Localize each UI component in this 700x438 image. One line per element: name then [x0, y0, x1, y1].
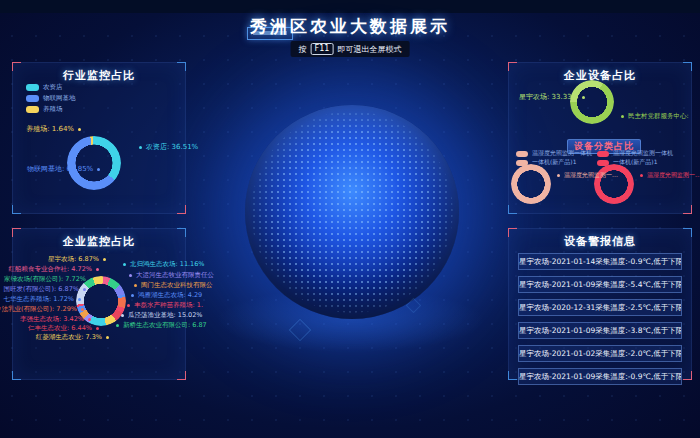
slice-label: 丰磊水产种苗养殖场: 1.: [127, 301, 203, 309]
slice-label: 鸿雁湖生态农场: 4.29: [131, 291, 202, 299]
slice-label: 北归鸿生态农场: 11.16%: [123, 260, 205, 268]
industry-donut-chart: [67, 136, 121, 190]
slice-label: 农资店: 36.51%: [139, 143, 198, 151]
page-title: 秀洲区农业大数据展示: [0, 15, 700, 38]
slice-label: 物联网基地: 61.85%: [27, 165, 100, 173]
alarm-row: 星宇农场-2021-01-09采集温度:-3.8℃,低于下限:0℃: [518, 322, 682, 339]
legend-item: 温湿度光照监测一体机: [597, 149, 673, 158]
legend-swatch: [26, 84, 39, 91]
slice-label: 星宇农场: 33.33%: [519, 93, 585, 101]
alarm-row: 星宇农场-2021-01-09采集温度:-5.4℃,低于下限:0℃: [518, 276, 682, 293]
category-donut-left: [511, 164, 551, 204]
legend-swatch: [597, 151, 609, 157]
alarm-row: 星宇农场-2021-01-02采集温度:-2.0℃,低于下限:0℃: [518, 345, 682, 362]
slice-label: 七华生态养殖场: 1.72%: [4, 295, 81, 303]
panel-title-industry: 行业监控占比: [13, 68, 185, 83]
slice-label: 大运河生态牧业有限责任公: [129, 271, 214, 279]
legend-item: 农资店: [26, 83, 63, 92]
top-bar: [0, 0, 700, 13]
legend-swatch: [516, 151, 528, 157]
legend-item: 养殖场: [26, 105, 63, 114]
legend-label: 物联网基地: [43, 94, 76, 103]
slice-label: 国旺发(有限公司): 6.87%: [4, 285, 86, 293]
slice-label: 新桥生态农业有限公司: 6.87: [116, 321, 207, 329]
slice-label: 红菱湖生态农业: 7.3%: [36, 333, 109, 341]
slice-label: 仁丰生态农业: 6.44%: [28, 324, 99, 332]
slice-label: 养殖场: 1.64%: [26, 125, 81, 133]
panel-title-enterprise-monitor: 企业监控占比: [13, 234, 185, 249]
legend-label: 农资店: [43, 83, 63, 92]
slice-label: 民主村党群服务中心:: [621, 112, 689, 120]
hint-prefix: 按: [299, 44, 307, 55]
slice-label: 红船粮食专业合作社: 4.72%: [9, 265, 99, 273]
slice-label: 星宇农场: 6.87%: [48, 255, 106, 263]
globe-visualization: [245, 105, 459, 319]
fullscreen-hint: 按 F11 即可退出全屏模式: [291, 41, 410, 57]
legend-item: 物联网基地: [26, 94, 76, 103]
panel-title-alarms: 设备警报信息: [509, 234, 691, 249]
slice-label: 中法乳业(有限公司): 7.29%: [0, 305, 84, 313]
slice-label: 家绿农场(有限公司): 7.72%: [4, 275, 93, 283]
alarm-row: 星宇农场-2020-12-31采集温度:-2.5℃,低于下限:0℃: [518, 299, 682, 316]
legend-item: 温湿度光照监测一体机: [516, 149, 592, 158]
panel-enterprise-monitor: 企业监控占比 星宇农场: 6.87% 红船粮食专业合作社: 4.72% 家绿农场…: [12, 228, 186, 380]
panel-industry-monitor: 行业监控占比 农资店 物联网基地 养殖场 养殖场: 1.64% 农资店: 36.…: [12, 62, 186, 214]
legend-label: 养殖场: [43, 105, 63, 114]
panel-enterprise-device: 企业设备占比 星宇农场: 33.33% 民主村党群服务中心: 设备分类占比 温湿…: [508, 62, 692, 214]
hint-suffix: 即可退出全屏模式: [337, 44, 401, 55]
legend-label: 温湿度光照监测一体机: [532, 149, 592, 158]
donut-pointer-label: 温湿度光照监测一…: [640, 171, 700, 179]
alarm-row: 星宇农场-2021-01-14采集温度:-0.9℃,低于下限:0℃: [518, 253, 682, 270]
legend-label: 温湿度光照监测一体机: [613, 149, 673, 158]
panel-device-alarms: 设备警报信息 星宇农场-2021-01-14采集温度:-0.9℃,低于下限:0℃…: [508, 228, 692, 380]
f11-key-badge: F11: [311, 43, 334, 55]
legend-swatch: [26, 106, 39, 113]
dashboard: 秀洲区农业大数据展示 按 F11 即可退出全屏模式 行业监控占比 农资店 物联网…: [0, 0, 700, 438]
globe-dot-map: [251, 111, 453, 313]
category-donut-right: [594, 164, 634, 204]
slice-label: 李强生态农场: 3.42%: [20, 315, 91, 323]
alarm-row: 星宇农场-2021-01-09采集温度:-0.9℃,低于下限:0℃: [518, 368, 682, 385]
legend-swatch: [26, 95, 39, 102]
alarm-list: 星宇农场-2021-01-14采集温度:-0.9℃,低于下限:0℃ 星宇农场-2…: [518, 253, 682, 385]
slice-label: 瓜泾荡渔业基地: 15.02%: [121, 311, 203, 319]
device-donut-chart: [570, 80, 614, 124]
slice-label: 陶门生态农业科技有限公: [134, 281, 213, 289]
donut-pointer-label: 温湿度光照监测一…: [557, 171, 618, 179]
